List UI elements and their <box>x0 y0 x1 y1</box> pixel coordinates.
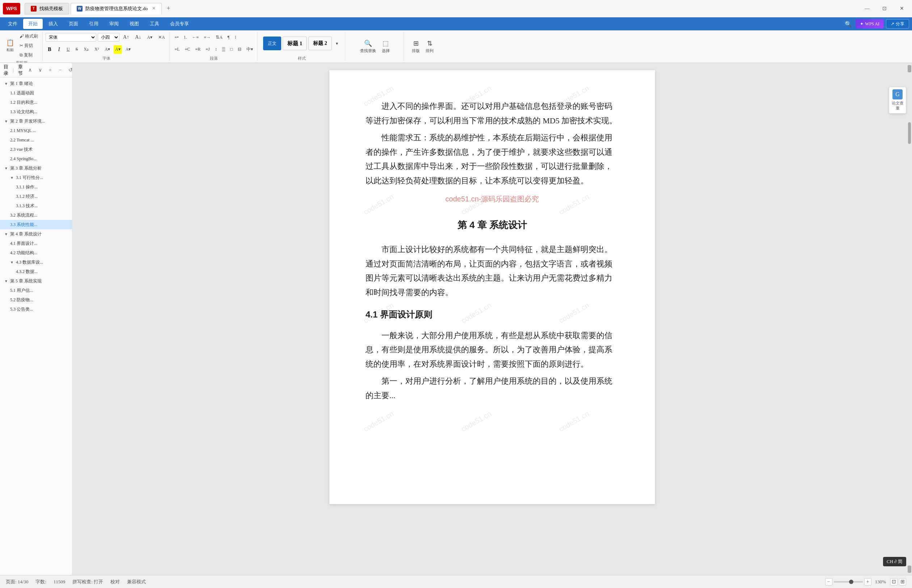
align-justify-button[interactable]: ≡J <box>203 45 212 54</box>
sidebar-item-ch1[interactable]: ▼ 第 1 章 绪论 <box>0 79 72 88</box>
fit-width-button[interactable]: ⊡ <box>890 578 897 585</box>
tab-template[interactable]: T 找稿壳模板 <box>24 3 69 15</box>
sidebar-item-s5-1[interactable]: 5.1 用户信... <box>0 286 72 295</box>
sidebar-item-s1-1[interactable]: 1.1 选题动因 <box>0 88 72 98</box>
border-button[interactable]: □ <box>228 45 235 54</box>
sidebar-item-s4-3-2[interactable]: 4.3.2 数据... <box>0 267 72 276</box>
sidebar-minus-button[interactable]: − <box>56 66 65 74</box>
sidebar-tab-mulu[interactable]: 目录 <box>3 64 8 77</box>
sidebar-item-s4-1[interactable]: 4.1 界面设计... <box>0 239 72 248</box>
sidebar-tab-zhangjie[interactable]: 章节 <box>18 64 23 77</box>
para-format-button[interactable]: ⫶ <box>232 33 239 42</box>
sort-arrange-button[interactable]: ⇅ 排列 <box>423 40 436 53</box>
menu-ref[interactable]: 引用 <box>84 19 104 29</box>
scroll-up-button[interactable] <box>908 65 911 72</box>
zoom-in-button[interactable]: + <box>864 578 872 585</box>
sidebar-item-ch2[interactable]: ▼ 第 2 章 开发环境... <box>0 116 72 126</box>
close-button[interactable]: ✕ <box>895 3 909 15</box>
sidebar-item-s4-3[interactable]: ▼ 4.3 数据库设... <box>0 257 72 267</box>
find-replace-button[interactable]: 🔍 查找替换 <box>358 40 378 53</box>
align-center-button[interactable]: ≡C <box>183 45 193 54</box>
copy-button[interactable]: ⧉ 复制 <box>17 51 40 59</box>
sidebar-item-ch4[interactable]: ▼ 第 4 章 系统设计 <box>0 229 72 239</box>
strikethrough-button[interactable]: S <box>73 45 80 54</box>
sidebar-item-s5-3[interactable]: 5.3 公告类... <box>0 304 72 314</box>
char-style-button[interactable]: A▾ <box>123 45 133 54</box>
proofread[interactable]: 校对 <box>110 578 120 585</box>
font-format-button[interactable]: A▾ <box>145 33 154 42</box>
search-icon[interactable]: 🔍 <box>843 19 854 29</box>
subscript-button[interactable]: X₂ <box>81 45 91 54</box>
cut-button[interactable]: ✂ 剪切 <box>17 41 40 50</box>
wps-ai-button[interactable]: ✦ WPS AI <box>855 19 884 29</box>
document-page[interactable]: code51.cn code51.cn code51.cn code51.cn … <box>329 70 655 504</box>
menu-tools[interactable]: 工具 <box>145 19 164 29</box>
format-painter-button[interactable]: 🖌 格式刷 <box>17 32 40 40</box>
scroll-down-button[interactable] <box>908 565 911 573</box>
menu-layout[interactable]: 页面 <box>64 19 83 29</box>
font-decrease-button[interactable]: A↓ <box>133 33 143 42</box>
sidebar-add-button[interactable]: + <box>46 66 55 74</box>
fit-page-button[interactable]: ⊞ <box>899 578 906 585</box>
sidebar-item-s1-2[interactable]: 1.2 目的和意... <box>0 98 72 107</box>
superscript-button[interactable]: X² <box>92 45 101 54</box>
spell-check[interactable]: 拼写检查: 打开 <box>72 578 103 585</box>
align-right-button[interactable]: ≡R <box>193 45 202 54</box>
sort-button[interactable]: ⇅A <box>214 33 225 42</box>
scrollbar[interactable] <box>907 63 912 575</box>
paste-button[interactable]: 📋 粘贴 <box>3 39 17 52</box>
styles-more-button[interactable]: ▼ <box>333 37 340 50</box>
sidebar-item-s4-2[interactable]: 4.2 功能结构... <box>0 248 72 257</box>
highlight-button[interactable]: A▾ <box>113 45 122 54</box>
sidebar-up-button[interactable]: ∧ <box>26 66 34 74</box>
share-button[interactable]: ↗ 分享 <box>886 19 909 29</box>
biaoti2-style-button[interactable]: 标题 2 <box>308 37 332 50</box>
indent-decrease-button[interactable]: ←≡ <box>190 33 201 42</box>
scroll-thumb[interactable] <box>908 122 911 144</box>
clear-format-button[interactable]: ✕A <box>156 33 167 42</box>
tab-close-button[interactable]: ✕ <box>152 6 156 11</box>
zhengwen-style-button[interactable]: 正文 <box>263 37 281 50</box>
bold-button[interactable]: B <box>45 45 53 53</box>
input-method-button[interactable]: CH ∂ 简 <box>883 557 906 566</box>
shading-button[interactable]: ▒ <box>220 45 228 54</box>
sidebar-down-button[interactable]: ∨ <box>36 66 45 74</box>
sidebar-item-ch3[interactable]: ▼ 第 3 章 系统分析 <box>0 163 72 173</box>
document-area[interactable]: code51.cn code51.cn code51.cn code51.cn … <box>72 63 912 575</box>
menu-view[interactable]: 视图 <box>125 19 144 29</box>
biaoti1-style-button[interactable]: 标题 1 <box>283 37 307 50</box>
sidebar-item-s2-2[interactable]: 2.2 Tomcat ... <box>0 135 72 145</box>
numbering-button[interactable]: 1. <box>182 33 189 42</box>
indent-increase-button[interactable]: ≡→ <box>202 33 213 42</box>
underline-button[interactable]: U <box>65 45 72 54</box>
italic-button[interactable]: I <box>55 45 63 53</box>
sidebar-item-s3-2[interactable]: 3.2 系统流程... <box>0 210 72 220</box>
menu-file[interactable]: 文件 <box>3 19 23 29</box>
font-family-select[interactable]: 宋体 <box>45 33 96 42</box>
add-tab-button[interactable]: + <box>163 3 173 14</box>
zoom-out-button[interactable]: − <box>825 578 833 585</box>
minimize-button[interactable]: — <box>860 3 874 15</box>
sidebar-item-s2-3[interactable]: 2.3 vue 技术 <box>0 145 72 154</box>
sidebar-item-s2-4[interactable]: 2.4 SpringBo... <box>0 154 72 163</box>
menu-home[interactable]: 开始 <box>23 19 43 29</box>
sidebar-item-s3-3[interactable]: 3.3 系统性能... <box>0 220 72 229</box>
sidebar-item-s3-1-1[interactable]: 3.1.1 操作... <box>0 182 72 192</box>
font-increase-button[interactable]: A↑ <box>121 33 131 42</box>
layout-button[interactable]: ⊞ 排版 <box>410 40 422 53</box>
line-spacing-button[interactable]: ↕ <box>213 45 219 54</box>
menu-insert[interactable]: 插入 <box>44 19 63 29</box>
zoom-slider-thumb[interactable] <box>849 580 854 584</box>
sidebar-item-s3-1-2[interactable]: 3.1.2 经济... <box>0 192 72 201</box>
show-marks-button[interactable]: ¶ <box>225 33 232 42</box>
sidebar-item-s5-2[interactable]: 5.2 防疫物... <box>0 295 72 304</box>
sidebar-item-s3-1[interactable]: ▼ 3.1 可行性分... <box>0 173 72 182</box>
menu-vip[interactable]: 会员专享 <box>165 19 194 29</box>
font-size-select[interactable]: 小四 <box>98 33 120 42</box>
select-button[interactable]: ⬚ 选择 <box>380 40 392 53</box>
tab-document[interactable]: W 防疫物资管理信息系统论文.do ✕ <box>71 3 162 15</box>
restore-button[interactable]: ⊡ <box>877 3 892 15</box>
sidebar-item-s3-1-3[interactable]: 3.1.3 技术... <box>0 201 72 210</box>
zoom-slider[interactable] <box>834 581 863 583</box>
bullets-button[interactable]: ≡• <box>173 33 181 42</box>
